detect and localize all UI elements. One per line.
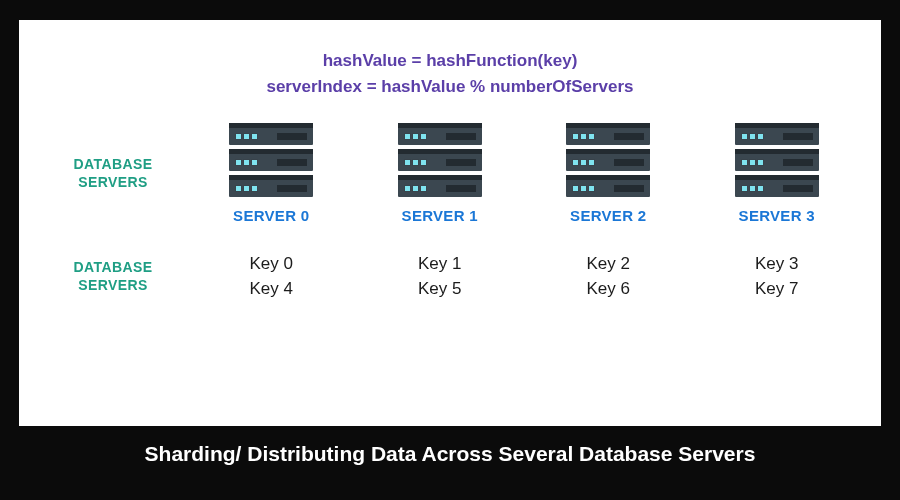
label-text: DATABASE SERVERS — [74, 259, 153, 293]
server-2-keys: Key 2 Key 6 — [524, 224, 693, 301]
formula-line-2: serverIndex = hashValue % numberOfServer… — [39, 74, 861, 100]
server-1: SERVER 1 — [356, 123, 525, 224]
server-rack-icon — [566, 123, 650, 197]
label-text: DATABASE SERVERS — [74, 156, 153, 190]
server-rack-icon — [735, 123, 819, 197]
key-entry: Key 3 — [693, 252, 862, 277]
server-3: SERVER 3 — [693, 123, 862, 224]
server-2-name: SERVER 2 — [570, 207, 646, 224]
server-1-keys: Key 1 Key 5 — [356, 224, 525, 301]
key-entry: Key 5 — [356, 277, 525, 302]
hash-formula: hashValue = hashFunction(key) serverInde… — [39, 48, 861, 99]
formula-line-1: hashValue = hashFunction(key) — [39, 48, 861, 74]
diagram-frame: hashValue = hashFunction(key) serverInde… — [9, 10, 891, 490]
server-3-name: SERVER 3 — [739, 207, 815, 224]
diagram-title: Sharding/ Distributing Data Across Sever… — [19, 426, 881, 480]
key-entry: Key 4 — [187, 277, 356, 302]
key-entry: Key 1 — [356, 252, 525, 277]
key-entry: Key 2 — [524, 252, 693, 277]
server-0: SERVER 0 — [187, 123, 356, 224]
server-rack-icon — [398, 123, 482, 197]
server-0-keys: Key 0 Key 4 — [187, 224, 356, 301]
server-3-keys: Key 3 Key 7 — [693, 224, 862, 301]
keys-row-label: DATABASE SERVERS — [39, 231, 187, 294]
key-entry: Key 7 — [693, 277, 862, 302]
content-grid: DATABASE SERVERS SERVER 0 SERVER 1 — [39, 123, 861, 301]
key-entry: Key 6 — [524, 277, 693, 302]
server-1-name: SERVER 1 — [402, 207, 478, 224]
server-rack-icon — [229, 123, 313, 197]
server-0-name: SERVER 0 — [233, 207, 309, 224]
key-entry: Key 0 — [187, 252, 356, 277]
server-2: SERVER 2 — [524, 123, 693, 224]
diagram-canvas: hashValue = hashFunction(key) serverInde… — [19, 20, 881, 426]
servers-row-label: DATABASE SERVERS — [39, 156, 187, 191]
